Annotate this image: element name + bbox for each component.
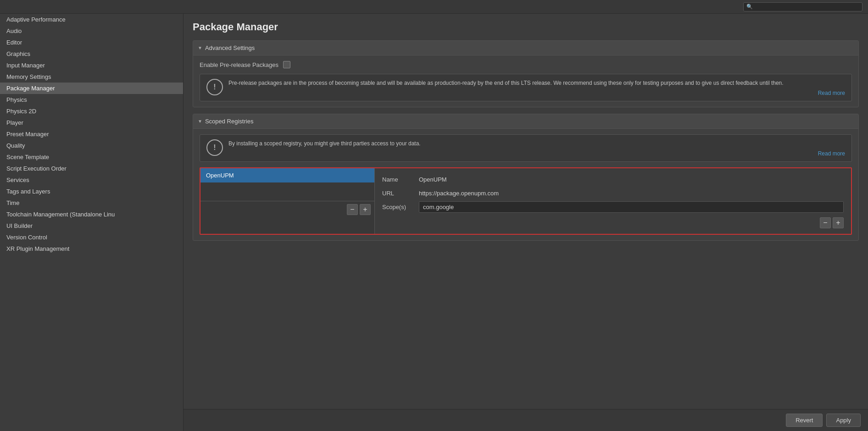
scoped-info-box: ! By installing a scoped registry, you m… [200, 134, 852, 162]
sidebar-item-services[interactable]: Services [0, 174, 183, 186]
apply-button[interactable]: Apply [826, 414, 861, 427]
main-layout: Adaptive PerformanceAudioEditorGraphicsI… [0, 14, 868, 431]
content-inner: Package Manager ▼ Advanced Settings Enab… [184, 14, 868, 409]
sidebar-item-memory-settings[interactable]: Memory Settings [0, 71, 183, 83]
sidebar-item-player[interactable]: Player [0, 117, 183, 128]
url-field-row: URL https://package.openupm.com [382, 188, 844, 197]
search-input[interactable] [755, 4, 859, 10]
url-value: https://package.openupm.com [419, 188, 844, 197]
sidebar-item-package-manager[interactable]: Package Manager [0, 83, 183, 94]
scoped-registries-section: ▼ Scoped Registries ! By installing a sc… [193, 114, 859, 241]
sidebar-item-version-control[interactable]: Version Control [0, 232, 183, 243]
advanced-read-more-link[interactable]: Read more [228, 90, 845, 96]
advanced-info-text: Pre-release packages are in the process … [228, 80, 784, 86]
sidebar-item-xr-plugin-management[interactable]: XR Plugin Management [0, 243, 183, 254]
advanced-info-content: Pre-release packages are in the process … [228, 79, 845, 96]
scoped-registries-header[interactable]: ▼ Scoped Registries [193, 114, 858, 129]
scoped-warning-icon: ! [206, 139, 223, 156]
sidebar-item-input-manager[interactable]: Input Manager [0, 60, 183, 71]
advanced-settings-section: ▼ Advanced Settings Enable Pre-release P… [193, 40, 859, 107]
registry-container: OpenUPM − + Name Open [200, 167, 852, 235]
scoped-read-more-link[interactable]: Read more [228, 150, 845, 157]
revert-button[interactable]: Revert [786, 414, 823, 427]
details-footer: − + [382, 217, 844, 228]
url-label: URL [382, 188, 419, 197]
sidebar-item-graphics[interactable]: Graphics [0, 48, 183, 60]
scopes-input[interactable] [419, 201, 844, 213]
add-registry-button[interactable]: + [360, 204, 371, 215]
scoped-info-content: By installing a scoped registry, you mig… [228, 139, 845, 157]
remove-scope-button[interactable]: − [820, 217, 831, 228]
scoped-info-text: By installing a scoped registry, you mig… [228, 140, 421, 147]
registry-list-footer: − + [200, 201, 374, 218]
advanced-settings-header[interactable]: ▼ Advanced Settings [193, 41, 858, 55]
sidebar-item-adaptive-performance[interactable]: Adaptive Performance [0, 14, 183, 25]
warning-icon: ! [206, 79, 223, 95]
sidebar-item-script-execution-order[interactable]: Script Execution Order [0, 163, 183, 174]
sidebar-item-toolchain-management-standalone-linu[interactable]: Toolchain Management (Standalone Linu [0, 209, 183, 220]
scoped-registries-body: ! By installing a scoped registry, you m… [193, 129, 858, 240]
name-value: OpenUPM [419, 174, 844, 183]
sidebar-item-time[interactable]: Time [0, 197, 183, 209]
pre-release-label: Enable Pre-release Packages [200, 61, 278, 68]
collapse-triangle-icon: ▼ [198, 45, 202, 50]
top-bar: 🔍 [0, 0, 868, 14]
sidebar: Adaptive PerformanceAudioEditorGraphicsI… [0, 14, 184, 431]
scoped-collapse-triangle-icon: ▼ [198, 119, 202, 124]
registry-item-openupm[interactable]: OpenUPM [200, 168, 374, 182]
sidebar-item-scene-template[interactable]: Scene Template [0, 151, 183, 163]
scoped-registries-title: Scoped Registries [205, 118, 254, 125]
advanced-info-box: ! Pre-release packages are in the proces… [200, 74, 852, 101]
sidebar-item-ui-builder[interactable]: UI Builder [0, 220, 183, 232]
bottom-bar: Revert Apply [184, 409, 868, 431]
name-label: Name [382, 174, 419, 183]
name-field-row: Name OpenUPM [382, 174, 844, 183]
scopes-field-row: Scope(s) [382, 201, 844, 213]
advanced-settings-body: Enable Pre-release Packages ! Pre-releas… [193, 55, 858, 107]
pre-release-row: Enable Pre-release Packages [200, 61, 852, 68]
sidebar-item-physics-2d[interactable]: Physics 2D [0, 105, 183, 117]
sidebar-item-quality[interactable]: Quality [0, 140, 183, 151]
sidebar-item-audio[interactable]: Audio [0, 25, 183, 37]
advanced-settings-title: Advanced Settings [205, 44, 255, 51]
sidebar-item-preset-manager[interactable]: Preset Manager [0, 128, 183, 140]
pre-release-checkbox[interactable] [283, 61, 290, 68]
content-area: Package Manager ▼ Advanced Settings Enab… [184, 14, 868, 431]
registry-details: Name OpenUPM URL https://package.openupm… [375, 168, 851, 234]
scopes-label: Scope(s) [382, 201, 419, 210]
registry-item-label: OpenUPM [206, 172, 234, 179]
sidebar-item-editor[interactable]: Editor [0, 37, 183, 48]
add-scope-button[interactable]: + [833, 217, 844, 228]
remove-registry-button[interactable]: − [347, 204, 358, 215]
sidebar-item-tags-and-layers[interactable]: Tags and Layers [0, 186, 183, 197]
registry-list: OpenUPM − + [200, 168, 375, 234]
sidebar-item-physics[interactable]: Physics [0, 94, 183, 105]
search-box[interactable]: 🔍 [743, 2, 862, 11]
search-icon: 🔍 [746, 4, 753, 10]
page-title: Package Manager [193, 21, 859, 33]
